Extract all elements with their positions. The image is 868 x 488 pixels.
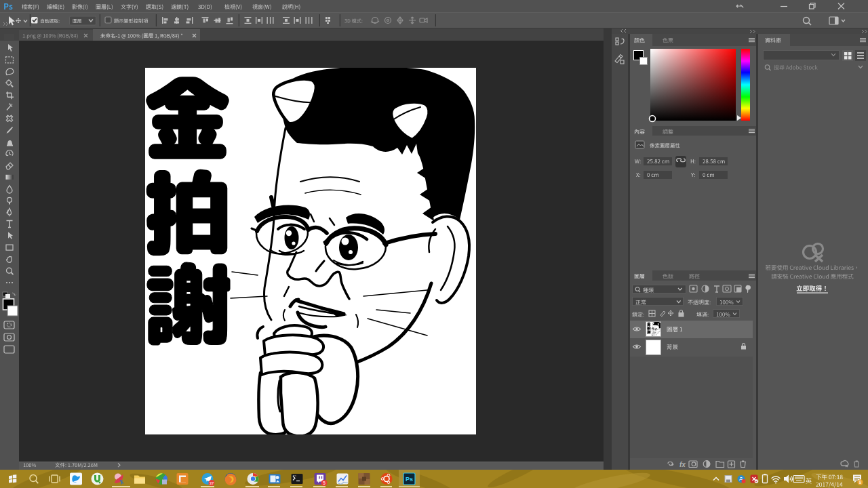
svg-text:fx: fx — [679, 461, 686, 468]
